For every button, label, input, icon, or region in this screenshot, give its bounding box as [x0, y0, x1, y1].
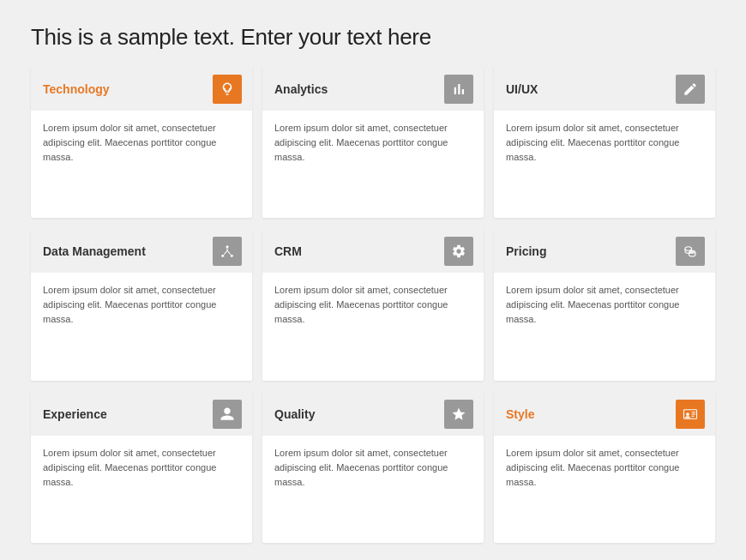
card-icon-technology — [213, 75, 242, 104]
card-header-pricing: Pricing — [494, 228, 715, 273]
card-icon-experience — [213, 400, 242, 429]
card-header-uiux: UI/UX — [494, 66, 715, 111]
card-style: Style Lorem ipsum dolor sit amet, consec… — [494, 391, 715, 543]
card-title-quality: Quality — [274, 407, 315, 421]
card-title-crm: CRM — [274, 244, 302, 258]
card-header-data-management: Data Management — [31, 228, 252, 273]
card-text-quality: Lorem ipsum dolor sit amet, consectetuer… — [274, 446, 472, 490]
card-analytics: Analytics Lorem ipsum dolor sit amet, co… — [262, 66, 484, 218]
card-icon-crm — [444, 237, 473, 266]
card-text-style: Lorem ipsum dolor sit amet, consectetuer… — [506, 446, 703, 490]
card-body-analytics: Lorem ipsum dolor sit amet, consectetuer… — [262, 111, 484, 218]
card-title-uiux: UI/UX — [506, 82, 538, 96]
card-text-crm: Lorem ipsum dolor sit amet, consectetuer… — [274, 283, 472, 327]
card-icon-style — [676, 400, 705, 429]
card-header-crm: CRM — [262, 228, 484, 273]
card-title-analytics: Analytics — [274, 82, 328, 96]
card-body-quality: Lorem ipsum dolor sit amet, consectetuer… — [262, 436, 484, 543]
card-text-data-management: Lorem ipsum dolor sit amet, consectetuer… — [43, 283, 240, 327]
card-icon-pricing — [676, 237, 705, 266]
card-icon-quality — [444, 400, 473, 429]
card-text-pricing: Lorem ipsum dolor sit amet, consectetuer… — [506, 283, 703, 327]
card-grid: Technology Lorem ipsum dolor sit amet, c… — [31, 66, 715, 543]
card-data-management: Data Management Lorem ipsum dolor sit am… — [31, 228, 252, 380]
card-title-experience: Experience — [43, 407, 107, 421]
card-header-analytics: Analytics — [262, 66, 484, 111]
card-title-technology: Technology — [43, 82, 110, 96]
card-body-experience: Lorem ipsum dolor sit amet, consectetuer… — [31, 436, 252, 543]
card-body-crm: Lorem ipsum dolor sit amet, consectetuer… — [262, 273, 484, 380]
svg-point-1 — [221, 255, 224, 257]
card-text-technology: Lorem ipsum dolor sit amet, consectetuer… — [43, 121, 240, 165]
card-header-technology: Technology — [31, 66, 252, 111]
card-icon-data-management — [213, 237, 242, 266]
card-text-analytics: Lorem ipsum dolor sit amet, consectetuer… — [274, 121, 472, 165]
card-header-experience: Experience — [31, 391, 252, 436]
card-icon-analytics — [444, 75, 473, 104]
slide-title: This is a sample text. Enter your text h… — [31, 24, 715, 51]
card-icon-uiux — [676, 75, 705, 104]
card-quality: Quality Lorem ipsum dolor sit amet, cons… — [262, 391, 484, 543]
card-uiux: UI/UX Lorem ipsum dolor sit amet, consec… — [494, 66, 715, 218]
card-body-uiux: Lorem ipsum dolor sit amet, consectetuer… — [494, 111, 715, 218]
svg-point-6 — [686, 412, 689, 416]
svg-point-4 — [689, 250, 696, 255]
card-crm: CRM Lorem ipsum dolor sit amet, consecte… — [262, 228, 484, 380]
card-title-style: Style — [506, 407, 534, 421]
card-experience: Experience Lorem ipsum dolor sit amet, c… — [31, 391, 252, 543]
card-body-data-management: Lorem ipsum dolor sit amet, consectetuer… — [31, 273, 252, 380]
svg-point-2 — [231, 255, 233, 257]
card-text-experience: Lorem ipsum dolor sit amet, consectetuer… — [43, 446, 240, 490]
svg-point-3 — [685, 247, 692, 251]
card-technology: Technology Lorem ipsum dolor sit amet, c… — [31, 66, 252, 218]
slide: This is a sample text. Enter your text h… — [0, 0, 746, 560]
card-pricing: Pricing Lorem ipsum dolor sit amet, cons… — [494, 228, 715, 380]
card-title-data-management: Data Management — [43, 244, 146, 258]
card-body-technology: Lorem ipsum dolor sit amet, consectetuer… — [31, 111, 252, 218]
card-header-style: Style — [494, 391, 715, 436]
card-body-pricing: Lorem ipsum dolor sit amet, consectetuer… — [494, 273, 715, 380]
svg-point-0 — [226, 246, 229, 249]
card-text-uiux: Lorem ipsum dolor sit amet, consectetuer… — [506, 121, 703, 165]
card-body-style: Lorem ipsum dolor sit amet, consectetuer… — [494, 436, 715, 543]
card-title-pricing: Pricing — [506, 244, 546, 258]
card-header-quality: Quality — [262, 391, 484, 436]
